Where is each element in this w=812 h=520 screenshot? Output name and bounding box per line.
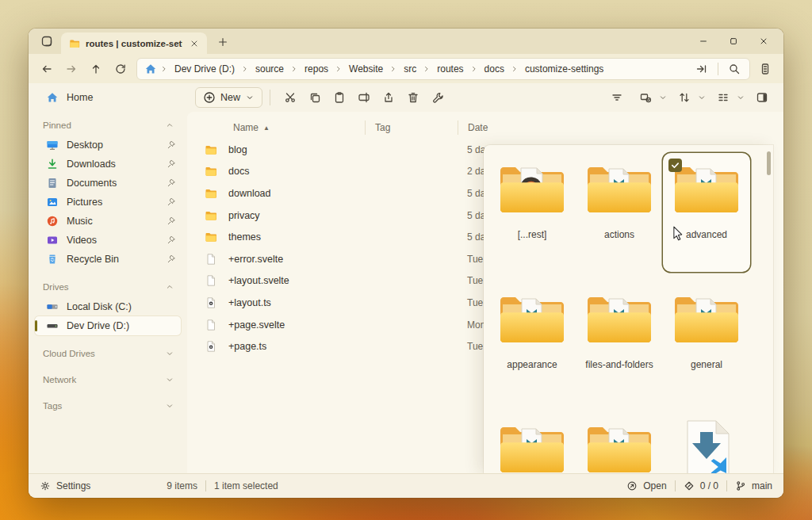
breadcrumb-segment-repos[interactable]: repos xyxy=(299,61,334,77)
memory-icon[interactable] xyxy=(755,59,776,79)
column-date[interactable]: Date xyxy=(458,120,783,135)
section-header-drives[interactable]: Drives xyxy=(36,279,179,295)
items-count: 9 items xyxy=(167,480,197,491)
breadcrumb-segment-dev-drive-d[interactable]: Dev Drive (D:) xyxy=(169,61,240,77)
forward-button[interactable] xyxy=(59,58,82,80)
close-button[interactable] xyxy=(749,30,779,52)
refresh-button[interactable] xyxy=(109,58,132,80)
breadcrumb-segment-routes[interactable]: routes xyxy=(431,61,469,77)
folder-icon xyxy=(205,165,217,178)
address-bar[interactable]: Dev Drive (D:)sourcereposWebsitesrcroute… xyxy=(136,58,750,80)
chevron-down-icon xyxy=(736,93,745,102)
git-changes-button[interactable]: 0 / 0 xyxy=(684,480,718,491)
tab-routes-customize-settings[interactable]: routes | customize-settings xyxy=(61,32,207,54)
grid-items: [...rest] actions advanced appearance xyxy=(488,153,760,473)
sidebar-item-dev-drive-d[interactable]: Dev Drive (D:) xyxy=(35,316,181,335)
delete-button[interactable] xyxy=(400,86,425,109)
layout-view-button[interactable] xyxy=(710,86,745,109)
sort-button[interactable] xyxy=(672,86,707,109)
breadcrumb-segment-customize-settings[interactable]: customize-settings xyxy=(519,61,609,77)
pin-icon[interactable] xyxy=(167,254,176,264)
section-header-tags[interactable]: Tags xyxy=(36,398,179,414)
minimize-button[interactable] xyxy=(688,30,718,52)
pin-icon[interactable] xyxy=(167,216,176,226)
sidebar-item-home[interactable]: Home xyxy=(35,88,181,107)
status-divider xyxy=(726,480,727,491)
sidebar-item-desktop[interactable]: Desktop xyxy=(35,136,181,155)
pin-icon[interactable] xyxy=(167,178,176,188)
sidebar-item-recycle-bin[interactable]: Recycle Bin xyxy=(35,250,181,269)
address-divider xyxy=(718,63,718,75)
chevron-down-icon xyxy=(658,93,668,102)
up-button[interactable] xyxy=(84,58,107,80)
disk-icon xyxy=(46,300,59,313)
sidebar-item-videos[interactable]: Videos xyxy=(35,231,181,250)
grid-item-appearance[interactable]: appearance xyxy=(488,283,576,402)
copy-button[interactable] xyxy=(302,86,327,109)
pin-icon[interactable] xyxy=(167,159,176,169)
checkbox-checked-icon[interactable] xyxy=(668,159,682,172)
back-button[interactable] xyxy=(35,58,58,80)
share-button[interactable] xyxy=(376,86,400,109)
grid-item-actions[interactable]: actions xyxy=(576,153,663,272)
breadcrumb-segment-source[interactable]: source xyxy=(250,61,289,77)
git-branch-button[interactable]: main xyxy=(735,480,772,491)
toolbar-view-actions xyxy=(600,86,774,109)
app-layout-icon[interactable] xyxy=(35,29,59,53)
grid-item-layout[interactable]: layout xyxy=(488,413,576,473)
sort-asc-icon: ▲ xyxy=(263,124,270,132)
new-button[interactable]: New xyxy=(195,87,262,108)
sidebar-item-local-disk-c[interactable]: Local Disk (C:) xyxy=(35,297,181,316)
grid-item-general[interactable]: general xyxy=(663,283,750,402)
section-header-network[interactable]: Network xyxy=(36,372,179,388)
section-header-pinned[interactable]: Pinned xyxy=(36,117,179,133)
breadcrumb: Dev Drive (D:)sourcereposWebsitesrcroute… xyxy=(142,59,691,79)
grid-item-tags[interactable]: tags xyxy=(576,413,663,473)
pin-icon[interactable] xyxy=(167,197,176,207)
breadcrumb-segment-website[interactable]: Website xyxy=(343,61,389,77)
chevron-down-icon xyxy=(165,375,174,384)
grid-item-category-md[interactable]: category.md xyxy=(663,413,750,473)
sidebar-item-music[interactable]: Music xyxy=(35,212,181,231)
section-header-cloud-drives[interactable]: Cloud Drives xyxy=(36,346,179,361)
preview-pane-button[interactable] xyxy=(749,86,774,109)
paste-button[interactable] xyxy=(327,86,351,109)
panel-icon xyxy=(749,86,774,109)
pin-icon[interactable] xyxy=(167,235,176,245)
column-tag[interactable]: Tag xyxy=(365,120,458,135)
grid-item-files-and-folders[interactable]: files-and-folders xyxy=(576,283,663,402)
open-button[interactable]: Open xyxy=(626,480,666,491)
new-tab-button[interactable] xyxy=(213,32,232,52)
filter-button[interactable] xyxy=(604,86,629,109)
sidebar-item-pictures[interactable]: Pictures xyxy=(35,193,181,212)
sidebar-item-label: Music xyxy=(67,216,159,227)
selection-count: 1 item selected xyxy=(214,480,278,491)
rename-button[interactable] xyxy=(351,86,376,109)
grid-item-rest[interactable]: [...rest] xyxy=(488,153,576,272)
home-icon[interactable] xyxy=(142,59,159,79)
breadcrumb-segment-docs[interactable]: docs xyxy=(479,61,510,77)
column-name[interactable]: Name ▲ xyxy=(187,122,365,133)
branch-icon xyxy=(735,480,746,491)
maximize-button[interactable] xyxy=(718,30,749,52)
tab-close-icon[interactable] xyxy=(188,37,201,50)
group-by-button[interactable] xyxy=(633,86,668,109)
chevron-down-icon xyxy=(245,93,255,102)
downloads-icon xyxy=(46,158,59,170)
settings-button[interactable]: Settings xyxy=(40,480,90,491)
filter-icon xyxy=(604,86,629,109)
videos-icon xyxy=(46,234,59,247)
grid-item-advanced[interactable]: advanced xyxy=(663,153,750,272)
sidebar-item-downloads[interactable]: Downloads xyxy=(35,155,181,174)
chevron-down-icon xyxy=(165,401,174,411)
properties-button[interactable] xyxy=(425,86,450,109)
go-to-icon[interactable] xyxy=(691,59,712,79)
breadcrumb-segment-src[interactable]: src xyxy=(398,61,422,77)
grid-scrollbar[interactable] xyxy=(767,151,771,175)
status-divider xyxy=(205,480,206,491)
search-icon[interactable] xyxy=(724,59,745,79)
cut-button[interactable] xyxy=(278,86,302,109)
pin-icon[interactable] xyxy=(167,140,176,150)
sidebar-item-documents[interactable]: Documents xyxy=(35,174,181,193)
sidebar-item-label: Pictures xyxy=(67,197,159,208)
